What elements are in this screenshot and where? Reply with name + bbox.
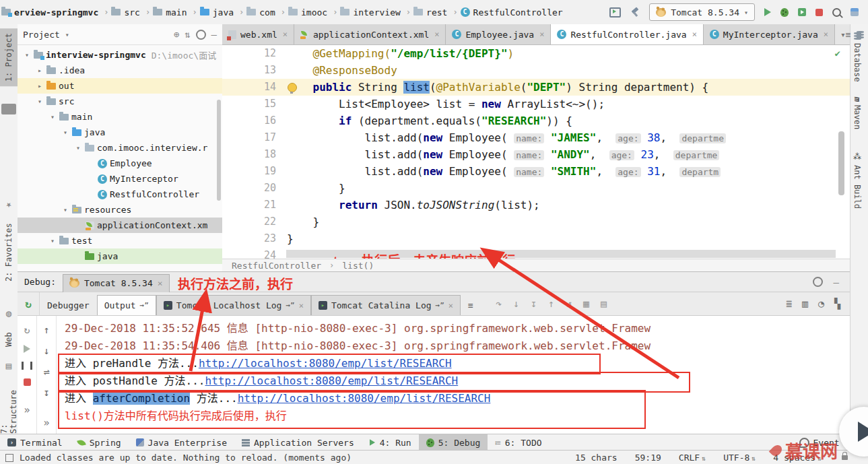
close-icon[interactable]: × [692, 30, 697, 39]
code-editor[interactable]: 12 @GetMapping("/emp/list/{DEPT}")13 @Re… [222, 45, 850, 259]
tab-list-icon[interactable]: ▾≡ [840, 30, 851, 40]
drop-frame-icon[interactable]: ↺ [566, 298, 572, 310]
stop-button[interactable] [815, 9, 823, 16]
console-line[interactable]: 进入 postHandle 方法...http://localhost:8080… [65, 372, 850, 390]
tree-item[interactable]: ▾com.imooc.interview.r [18, 140, 222, 156]
console-line[interactable]: 29-Dec-2018 11:35:54.406 信息 [http-nio-80… [65, 337, 850, 355]
editor-tab[interactable]: web.xml× [222, 24, 294, 44]
encoding-selector[interactable]: UTF-8⇅ [723, 453, 756, 463]
soft-wrap-icon[interactable]: ⇌ [43, 366, 49, 378]
settings-icon[interactable]: ▤ [601, 298, 607, 310]
lock-icon[interactable] [842, 455, 848, 460]
project-panel-title[interactable]: Project [23, 30, 60, 40]
console-output[interactable]: 29-Dec-2018 11:35:52.645 信息 [http-nio-80… [57, 316, 850, 434]
scroll-to-end-icon[interactable]: ↧ [43, 387, 49, 399]
breadcrumb-item[interactable]: imooc [288, 7, 327, 18]
breadcrumb-item[interactable]: interview [340, 7, 400, 18]
resume-icon[interactable] [24, 345, 30, 353]
search-icon[interactable] [832, 8, 841, 17]
tree-item[interactable]: ▾resources [18, 202, 222, 218]
editor-vscrollbar[interactable] [838, 131, 844, 195]
code-line[interactable]: 17 list.add(new Employee( name: "JAMES",… [222, 129, 850, 146]
gear-icon[interactable] [813, 277, 823, 287]
code-line[interactable]: 16 if (department.equals("RESEARCH")) { [222, 112, 850, 129]
line-ending-selector[interactable]: CRLF⇅ [679, 453, 706, 463]
restore-layout-icon[interactable]: ▚ [834, 298, 840, 310]
sidebar-item-project[interactable]: 1: Project [0, 28, 18, 86]
project-structure-icon[interactable] [850, 8, 859, 16]
tree-item[interactable]: ▸.idea [18, 63, 222, 78]
rerun-debug-icon[interactable]: ↻ [25, 298, 32, 310]
close-icon[interactable]: × [448, 301, 453, 310]
indent-selector[interactable]: 4 spaces⇅ [773, 453, 822, 463]
tree-chevron-icon[interactable]: ▾ [34, 98, 45, 105]
toolwindow-button-6-todo[interactable]: ≔6: TODO [488, 434, 549, 451]
sidebar-item-maven[interactable]: mMaven [853, 97, 862, 129]
code-line[interactable]: 19 list.add(new Employee( name: "SMITH",… [222, 163, 850, 180]
debug-tab[interactable]: Debugger [40, 295, 97, 315]
caret-position[interactable]: 59:19 [635, 453, 661, 463]
locate-icon[interactable]: ⊕ [174, 29, 179, 40]
run-configuration-select[interactable]: Tomcat 8.5.34 ▾ [649, 3, 755, 21]
breadcrumb-item[interactable]: erview-springmvc [1, 7, 98, 18]
editor-tab[interactable]: RestfulController.java× [551, 24, 703, 44]
arrow-down-icon[interactable]: ↓ [43, 345, 49, 357]
more-icon[interactable]: » [43, 417, 49, 429]
tree-item[interactable]: ▾java [18, 125, 222, 140]
editor-tab[interactable]: applicationContext.xml× [294, 24, 446, 44]
breadcrumb-item[interactable]: RestfulController [461, 7, 563, 18]
toolwindow-button-application-servers[interactable]: Application Servers [234, 434, 362, 451]
editor-tab[interactable]: MyInterceptor.java× [704, 24, 835, 44]
tree-chevron-icon[interactable]: ▾ [60, 206, 71, 213]
gear-icon[interactable] [196, 30, 206, 40]
tree-item[interactable]: applicationContext.xm [18, 218, 222, 233]
pause-icon[interactable] [22, 362, 32, 370]
chevron-down-icon[interactable]: ▾ [65, 31, 69, 38]
breadcrumb[interactable]: erview-springmvc›src›main›java›com›imooc… [0, 0, 609, 24]
stop-icon[interactable] [24, 378, 31, 386]
sidebar-item-web[interactable]: Web ◍ [0, 310, 18, 347]
code-line[interactable]: 12 @GetMapping("/emp/list/{DEPT}") [222, 45, 850, 62]
intention-bulb-icon[interactable] [288, 83, 297, 92]
close-icon[interactable]: × [539, 30, 544, 39]
step-over-icon[interactable]: ↷ [496, 298, 502, 310]
tree-item[interactable]: ▾main [18, 109, 222, 125]
code-line[interactable]: 18 list.add(new Employee( name: "ANDY", … [222, 146, 850, 163]
evaluate-expression-icon[interactable]: ▦ [583, 298, 589, 310]
build-hammer-icon[interactable] [630, 7, 640, 17]
tree-item[interactable]: java [18, 248, 222, 264]
step-out-icon[interactable]: ↑ [548, 298, 554, 310]
close-icon[interactable]: × [158, 278, 163, 288]
tree-item[interactable]: MyInterceptor [18, 171, 222, 187]
hide-panel-icon[interactable]: — [211, 29, 217, 40]
sidebar-item-structure[interactable]: 7: Structure ▤ [0, 362, 18, 434]
breadcrumb-class[interactable]: RestfulController [232, 261, 321, 271]
code-line[interactable]: 13 @ResponseBody [222, 62, 850, 79]
code-line[interactable]: 20 } [222, 180, 850, 197]
tree-chevron-icon[interactable]: ▸ [34, 82, 45, 90]
gauge-icon[interactable]: ◔ [818, 298, 824, 310]
sidebar-item-ant-build[interactable]: ⁂Ant Build [853, 152, 862, 209]
toolwindow-button-4-run[interactable]: 4: Run [362, 434, 419, 451]
console-line[interactable]: 29-Dec-2018 11:35:52.645 信息 [http-nio-80… [65, 320, 850, 337]
breadcrumb-item[interactable]: com [246, 7, 275, 18]
project-scrollbar[interactable] [217, 100, 221, 201]
console-line[interactable]: 进入 afterCompletion 方法...http://localhost… [65, 390, 850, 407]
coverage-button[interactable] [798, 8, 806, 16]
tree-item[interactable]: ▾src [18, 94, 222, 109]
tree-chevron-icon[interactable]: ▾ [73, 144, 84, 152]
tree-chevron-icon[interactable]: ▸ [34, 67, 45, 74]
toolwindow-button-java-enterprise[interactable]: Java Enterprise [129, 434, 234, 451]
code-line[interactable]: 15 List<Employee> list = new ArrayList<~… [222, 96, 850, 112]
refresh-icon[interactable]: ↻ [24, 324, 30, 336]
close-icon[interactable]: × [434, 30, 439, 39]
tree-chevron-icon[interactable]: ▾ [47, 237, 58, 244]
layout-icon[interactable]: ▥ [802, 298, 808, 310]
more-icon[interactable]: » [24, 404, 30, 416]
code-line[interactable]: 23} [222, 230, 850, 247]
console-line[interactable]: list()方法中所有代码执行完成后使用，执行 [65, 407, 850, 425]
hide-panel-icon[interactable]: — [834, 277, 839, 288]
debug-tab[interactable]: Output→” [97, 295, 156, 315]
collapse-all-icon[interactable]: ⇅ [185, 29, 190, 40]
tree-item[interactable]: ▸out [18, 78, 222, 94]
